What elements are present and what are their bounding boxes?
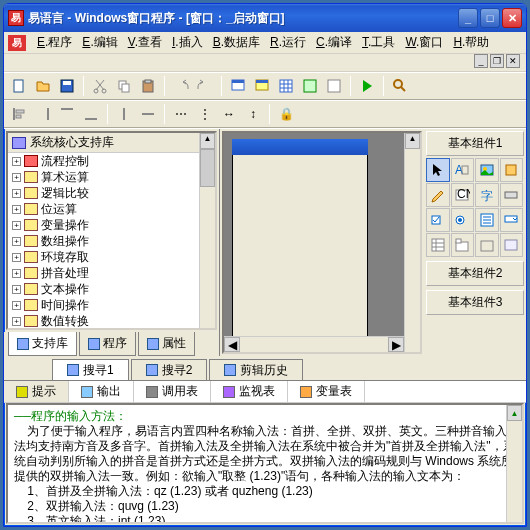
expand-icon[interactable]: + [12, 189, 21, 198]
tool-panel[interactable] [500, 233, 524, 257]
mdi-close[interactable]: ✕ [506, 54, 520, 68]
tool-edit[interactable] [426, 183, 450, 207]
dist-v[interactable]: ⋮ [194, 103, 216, 125]
tree-item[interactable]: +环境存取 [8, 249, 215, 265]
palette-tab-3[interactable]: 基本组件3 [426, 290, 524, 315]
find-button[interactable] [389, 75, 411, 97]
tree-item[interactable]: +流程控制 [8, 153, 215, 169]
expand-icon[interactable]: + [12, 317, 21, 326]
same-h[interactable]: ↕ [242, 103, 264, 125]
run-button[interactable] [356, 75, 378, 97]
menu-E.编辑[interactable]: E.编辑 [77, 32, 122, 53]
tree-item[interactable]: +数组操作 [8, 233, 215, 249]
designer-vscroll[interactable]: ▲ [404, 133, 420, 352]
mdi-minimize[interactable]: _ [474, 54, 488, 68]
expand-icon[interactable]: + [12, 205, 21, 214]
menu-B.数据库[interactable]: B.数据库 [208, 32, 265, 53]
left-tab-程序[interactable]: 程序 [79, 332, 136, 356]
titlebar[interactable]: 易 易语言 - Windows窗口程序 - [窗口：_启动窗口] _ □ ✕ [4, 4, 526, 32]
left-tab-属性[interactable]: 属性 [138, 332, 195, 356]
form-titlebar[interactable] [232, 139, 368, 155]
align-left[interactable] [8, 103, 30, 125]
tool-button[interactable] [500, 183, 524, 207]
close-button[interactable]: ✕ [502, 8, 522, 28]
designer-hscroll[interactable]: ◀▶ [224, 336, 404, 352]
tool-check[interactable] [426, 208, 450, 232]
tool-grid[interactable] [426, 233, 450, 257]
form2-button[interactable] [251, 75, 273, 97]
menu-W.窗口[interactable]: W.窗口 [400, 32, 448, 53]
menu-V.查看[interactable]: V.查看 [123, 32, 167, 53]
maximize-button[interactable]: □ [480, 8, 500, 28]
tool-tab[interactable] [451, 233, 475, 257]
tool-radio[interactable] [451, 208, 475, 232]
tree-item[interactable]: +拼音处理 [8, 265, 215, 281]
expand-icon[interactable]: + [12, 221, 21, 230]
expand-icon[interactable]: + [12, 173, 21, 182]
tool-list[interactable] [475, 208, 499, 232]
center-h[interactable] [113, 103, 135, 125]
same-w[interactable]: ↔ [218, 103, 240, 125]
tree-item[interactable]: +变量操作 [8, 217, 215, 233]
sub-tab-调用表[interactable]: 调用表 [134, 381, 211, 402]
tree-scrollbar[interactable]: ▲ [199, 133, 215, 328]
lock-button[interactable]: 🔒 [275, 103, 297, 125]
paste-button[interactable] [137, 75, 159, 97]
left-tab-支持库[interactable]: 支持库 [8, 332, 77, 356]
menu-T.工具[interactable]: T.工具 [357, 32, 400, 53]
new-button[interactable] [8, 75, 30, 97]
tree-item[interactable]: +位运算 [8, 201, 215, 217]
center-v[interactable] [137, 103, 159, 125]
menu-E.程序[interactable]: E.程序 [32, 32, 77, 53]
tree-item[interactable]: +逻辑比较 [8, 185, 215, 201]
expand-icon[interactable]: + [12, 269, 21, 278]
tree-item[interactable]: +文本操作 [8, 281, 215, 297]
tool-frame[interactable] [475, 233, 499, 257]
expand-icon[interactable]: + [12, 157, 21, 166]
tool-picture[interactable] [475, 158, 499, 182]
output-scrollbar[interactable]: ▲ [506, 405, 522, 522]
grid-button[interactable] [275, 75, 297, 97]
menu-C.编译[interactable]: C.编译 [311, 32, 357, 53]
save-button[interactable] [56, 75, 78, 97]
expand-icon[interactable]: + [12, 301, 21, 310]
output-text[interactable]: ──程序的输入方法： 为了便于输入程序，易语言内置四种名称输入法：首拼、全拼、双… [6, 403, 524, 524]
mdi-restore[interactable]: ❐ [490, 54, 504, 68]
tree-item[interactable]: +数值转换 [8, 313, 215, 329]
menu-R.运行[interactable]: R.运行 [265, 32, 311, 53]
bottom-tab-剪辑历史[interactable]: 剪辑历史 [209, 359, 303, 380]
undo-button[interactable] [170, 75, 192, 97]
form-designer[interactable]: ▲ ◀▶ [222, 131, 422, 354]
palette-tab-2[interactable]: 基本组件2 [426, 261, 524, 286]
tree-item[interactable]: +算术运算 [8, 169, 215, 185]
menu-I.插入[interactable]: I.插入 [167, 32, 208, 53]
bottom-tab-搜寻1[interactable]: 搜寻1 [52, 359, 129, 380]
tool-pointer[interactable] [426, 158, 450, 182]
form-window[interactable] [232, 139, 368, 354]
sub-tab-变量表[interactable]: 变量表 [288, 381, 365, 402]
tool-combo[interactable] [500, 208, 524, 232]
align-right[interactable] [32, 103, 54, 125]
tool-cn[interactable]: CN [451, 183, 475, 207]
sub-tab-监视表[interactable]: 监视表 [211, 381, 288, 402]
redo-button[interactable] [194, 75, 216, 97]
form-body[interactable] [232, 155, 368, 354]
minimize-button[interactable]: _ [458, 8, 478, 28]
expand-icon[interactable]: + [12, 237, 21, 246]
cut-button[interactable] [89, 75, 111, 97]
form-button[interactable] [227, 75, 249, 97]
sub-tab-提示[interactable]: 提示 [4, 381, 69, 402]
palette-tab-1[interactable]: 基本组件1 [426, 131, 524, 156]
sub-tab-输出[interactable]: 输出 [69, 381, 134, 402]
align-top[interactable] [56, 103, 78, 125]
tool-shape[interactable] [500, 158, 524, 182]
expand-icon[interactable]: + [12, 285, 21, 294]
grid3-button[interactable] [323, 75, 345, 97]
dist-h[interactable]: ⋯ [170, 103, 192, 125]
tool-label[interactable]: A [451, 158, 475, 182]
bottom-tab-搜寻2[interactable]: 搜寻2 [131, 359, 208, 380]
copy-button[interactable] [113, 75, 135, 97]
grid2-button[interactable] [299, 75, 321, 97]
menu-H.帮助[interactable]: H.帮助 [448, 32, 494, 53]
expand-icon[interactable]: + [12, 253, 21, 262]
